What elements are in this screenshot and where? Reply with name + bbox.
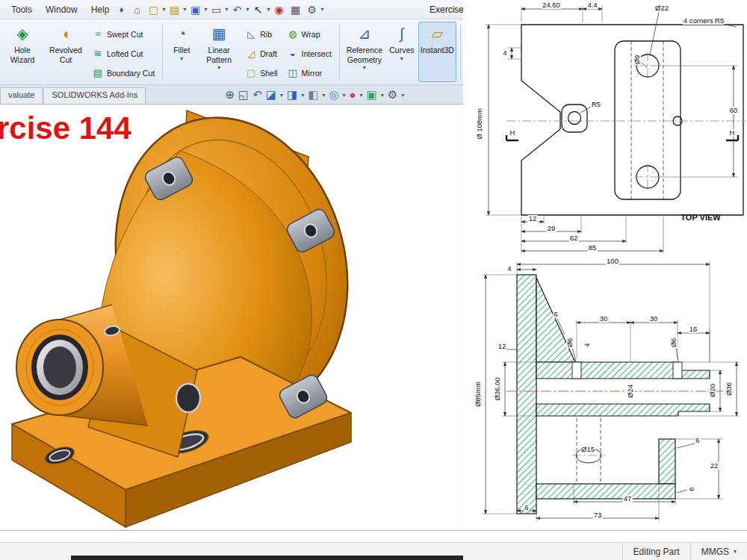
headsup-toolbar: ⊕◱↶◪▾◨▾◧▾◎▾●▾▣▾⚙▾	[225, 86, 404, 104]
toolbar-separator	[162, 25, 163, 79]
zoom-to-fit-icon[interactable]: ⊕	[225, 88, 235, 102]
curves-button[interactable]: ∫Curves▾	[387, 22, 417, 82]
home-icon[interactable]: ⌂	[130, 2, 145, 17]
section-view-icon-caret[interactable]: ▾	[280, 92, 283, 99]
toolbar-stack: ≈Swept Cut≋Lofted Cut▤Boundary Cut	[88, 22, 158, 82]
dimension-label: 22	[710, 462, 719, 470]
curves-button-label: Curves	[389, 46, 414, 55]
dimension-label: Ø20	[709, 383, 716, 398]
intersect-icon: ◒	[287, 48, 299, 59]
reference-geometry-icon: ⊿	[358, 25, 371, 44]
section-view-icon[interactable]: ◪	[266, 88, 276, 102]
tab-solidworks-add-ins[interactable]: SOLIDWORKS Add-Ins	[43, 87, 146, 104]
dimension-label: 30	[649, 315, 659, 323]
lofted-cut-button-label: Lofted Cut	[107, 49, 143, 58]
revolved-cut-button[interactable]: ◖Revolved Cut	[45, 22, 87, 82]
part-3d[interactable]	[0, 105, 463, 530]
options-gear-icon-caret[interactable]: ▾	[321, 6, 324, 13]
mirror-icon: ◫	[287, 67, 299, 78]
open-icon-caret[interactable]: ▾	[184, 6, 187, 13]
section-view-labels: 10046303016Ø64Ø612Ø85mmØ36.00Ø24Ø20Ø3662…	[463, 0, 747, 530]
draft-button-label: Draft	[260, 49, 277, 58]
units-caret-icon: ▾	[734, 548, 737, 555]
boundary-cut-button[interactable]: ▤Boundary Cut	[88, 63, 158, 82]
previous-view-icon[interactable]: ↶	[252, 88, 262, 102]
exercise-title-text: rcise 144	[0, 111, 131, 146]
select-arrow-icon[interactable]: ↖	[251, 2, 266, 17]
menu-help[interactable]: Help	[84, 2, 117, 17]
fillet-button[interactable]: ◔Fillet▾	[167, 22, 196, 82]
reference-geometry-button[interactable]: ⊿Reference Geometry▾	[344, 22, 385, 82]
intersect-button-label: Intersect	[302, 49, 332, 58]
pin-icon[interactable]: ♦	[119, 4, 123, 15]
view-orientation-icon-caret[interactable]: ▾	[301, 92, 304, 99]
fillet-button-caret[interactable]: ▾	[180, 55, 183, 62]
wrap-button[interactable]: ◍Wrap	[283, 25, 335, 43]
dimension-label: Ø6	[670, 337, 678, 349]
rebuild-traffic-light-icon[interactable]: ◉	[272, 2, 287, 17]
shell-button-label: Shell	[260, 69, 277, 78]
tab-bar-tabs: valuateSOLIDWORKS Add-Ins	[0, 87, 146, 104]
file-properties-icon[interactable]: ▦	[288, 2, 303, 17]
options-gear-icon[interactable]: ⚙	[305, 2, 320, 17]
linear-pattern-button-caret[interactable]: ▾	[217, 64, 220, 71]
curves-button-caret[interactable]: ▾	[400, 55, 403, 62]
linear-pattern-button-label: Linear Pattern	[200, 46, 238, 64]
curves-icon: ∫	[400, 25, 403, 44]
hole-wizard-button[interactable]: ◈Hole Wizard	[1, 22, 43, 82]
open-icon[interactable]: ▤	[167, 2, 182, 17]
apply-scene-icon-caret[interactable]: ▾	[381, 92, 384, 99]
hole-wizard-button-label: Hole Wizard	[4, 46, 41, 64]
swept-cut-icon: ≈	[92, 28, 104, 40]
display-style-icon-caret[interactable]: ▾	[322, 92, 325, 99]
menu-tools[interactable]: Tools	[4, 2, 39, 17]
shell-button[interactable]: ▢Shell	[241, 63, 281, 82]
dimension-label: 100	[606, 258, 619, 265]
save-icon[interactable]: ▣	[188, 2, 203, 17]
rib-icon: ◺	[245, 28, 257, 40]
new-document-icon[interactable]: ▢	[146, 2, 161, 17]
linear-pattern-button[interactable]: ▦Linear Pattern▾	[198, 22, 240, 82]
rib-button[interactable]: ◺Rib	[241, 25, 281, 43]
dimension-label: 12	[498, 343, 507, 350]
edit-appearance-icon-caret[interactable]: ▾	[360, 92, 363, 99]
swept-cut-button[interactable]: ≈Swept Cut	[88, 25, 158, 43]
print-icon[interactable]: ▭	[209, 2, 224, 17]
save-icon-caret[interactable]: ▾	[205, 6, 208, 13]
hide-show-items-icon-caret[interactable]: ▾	[342, 92, 345, 99]
undo-icon[interactable]: ↶	[230, 2, 245, 17]
draft-button[interactable]: ◿Draft	[241, 44, 281, 63]
support-hole	[176, 384, 200, 412]
mirror-button[interactable]: ◫Mirror	[283, 63, 335, 82]
new-document-icon-caret[interactable]: ▾	[163, 6, 166, 13]
linear-pattern-icon: ▦	[212, 25, 226, 44]
dimension-label: 30	[599, 315, 609, 323]
menu-window[interactable]: Window	[39, 2, 84, 17]
display-style-icon[interactable]: ◧	[308, 88, 318, 102]
zoom-to-area-icon[interactable]: ◱	[238, 88, 249, 102]
toolbar-separator	[339, 25, 340, 79]
hide-show-items-icon[interactable]: ◎	[329, 88, 338, 102]
toolbar-separator	[460, 25, 461, 79]
dimension-label: Ø36	[725, 382, 733, 396]
instant3d-button[interactable]: ▱Instant3D	[418, 22, 456, 82]
undo-icon-caret[interactable]: ▾	[247, 6, 249, 13]
lofted-cut-button[interactable]: ≋Lofted Cut	[88, 44, 158, 63]
view-settings-icon[interactable]: ⚙	[388, 88, 397, 102]
view-settings-icon-caret[interactable]: ▾	[401, 92, 404, 99]
menubar-icons: ⌂▢▾▤▾▣▾▭▾↶▾↖▾◉▦⚙▾	[130, 2, 324, 17]
tab-valuate[interactable]: valuate	[0, 87, 43, 104]
dimension-label: Ø24	[627, 384, 634, 399]
status-units[interactable]: MMGS ▾	[690, 543, 747, 560]
intersect-button[interactable]: ◒Intersect	[283, 44, 335, 63]
select-arrow-icon-caret[interactable]: ▾	[267, 6, 270, 13]
dimension-label: 6	[553, 311, 558, 318]
view-orientation-icon[interactable]: ◨	[287, 88, 297, 102]
reference-geometry-button-caret[interactable]: ▾	[363, 64, 366, 71]
print-icon-caret[interactable]: ▾	[226, 6, 229, 13]
dimension-label: Ø85mm	[474, 381, 482, 408]
dimension-label: 16	[689, 326, 698, 333]
edit-appearance-icon[interactable]: ●	[349, 88, 356, 102]
apply-scene-icon[interactable]: ▣	[367, 88, 377, 102]
revolved-cut-icon: ◖	[61, 25, 70, 44]
